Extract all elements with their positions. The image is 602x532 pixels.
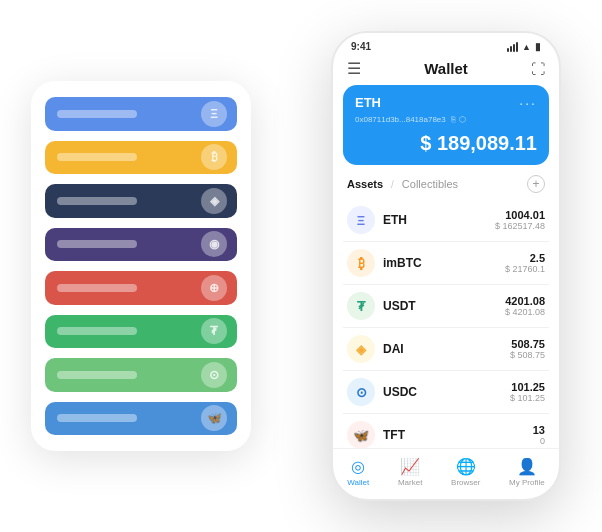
strip-icon-3: ◉ xyxy=(201,231,227,257)
strip-label-1 xyxy=(57,153,137,161)
strip-label-5 xyxy=(57,327,137,335)
asset-amounts: 4201.08 $ 4201.08 xyxy=(505,295,545,317)
asset-usd: 0 xyxy=(533,436,545,446)
asset-icon-dai: ◈ xyxy=(347,335,375,363)
strip-5: ₮ xyxy=(45,315,237,349)
tab-assets[interactable]: Assets xyxy=(347,178,383,190)
asset-amounts: 2.5 $ 21760.1 xyxy=(505,252,545,274)
strip-label-4 xyxy=(57,284,137,292)
phone-mockup: 9:41 ▲ ▮ ☰ Wallet ⛶ ETH ··· xyxy=(331,31,561,501)
asset-icon-eth: Ξ xyxy=(347,206,375,234)
strip-icon-1: ₿ xyxy=(201,144,227,170)
asset-qty: 1004.01 xyxy=(495,209,545,221)
nav-item-my-profile[interactable]: 👤 My Profile xyxy=(509,457,545,487)
strip-icon-4: ⊕ xyxy=(201,275,227,301)
nav-item-browser[interactable]: 🌐 Browser xyxy=(451,457,480,487)
nav-label: My Profile xyxy=(509,478,545,487)
strip-label-0 xyxy=(57,110,137,118)
strip-icon-6: ⊙ xyxy=(201,362,227,388)
copy-icon[interactable]: ⎘ xyxy=(451,115,456,124)
eth-card-options[interactable]: ··· xyxy=(519,95,537,111)
assets-header: Assets / Collectibles + xyxy=(333,175,559,199)
asset-qty: 4201.08 xyxy=(505,295,545,307)
eth-card-name: ETH xyxy=(355,95,381,110)
nav-label: Browser xyxy=(451,478,480,487)
nav-icon: 🌐 xyxy=(456,457,476,476)
asset-usd: $ 101.25 xyxy=(510,393,545,403)
asset-amounts: 101.25 $ 101.25 xyxy=(510,381,545,403)
asset-amounts: 13 0 xyxy=(533,424,545,446)
asset-icon-usdt: ₮ xyxy=(347,292,375,320)
asset-usd: $ 508.75 xyxy=(510,350,545,360)
strip-1: ₿ xyxy=(45,141,237,175)
asset-icon-tft: 🦋 xyxy=(347,421,375,448)
phone-header: ☰ Wallet ⛶ xyxy=(333,56,559,85)
tab-collectibles[interactable]: Collectibles xyxy=(402,178,458,190)
asset-list: Ξ ETH 1004.01 $ 162517.48 ₿ imBTC 2.5 $ … xyxy=(333,199,559,448)
asset-row[interactable]: 🦋 TFT 13 0 xyxy=(343,414,549,448)
nav-icon: 📈 xyxy=(400,457,420,476)
asset-row[interactable]: Ξ ETH 1004.01 $ 162517.48 xyxy=(343,199,549,242)
menu-icon[interactable]: ☰ xyxy=(347,61,361,77)
asset-icon-usdc: ⊙ xyxy=(347,378,375,406)
strip-0: Ξ xyxy=(45,97,237,131)
asset-qty: 101.25 xyxy=(510,381,545,393)
eth-card: ETH ··· 0x08711d3b...8418a78e3 ⎘ ⬡ $ 189… xyxy=(343,85,549,165)
asset-row[interactable]: ⊙ USDC 101.25 $ 101.25 xyxy=(343,371,549,414)
asset-usd: $ 21760.1 xyxy=(505,264,545,274)
asset-name: TFT xyxy=(383,428,533,442)
nav-label: Wallet xyxy=(347,478,369,487)
page-title: Wallet xyxy=(424,60,468,77)
nav-icon: ◎ xyxy=(351,457,365,476)
status-bar: 9:41 ▲ ▮ xyxy=(333,33,559,56)
strip-7: 🦋 xyxy=(45,402,237,436)
signal-icon xyxy=(507,42,518,52)
tab-divider: / xyxy=(391,179,394,190)
asset-amounts: 508.75 $ 508.75 xyxy=(510,338,545,360)
asset-amounts: 1004.01 $ 162517.48 xyxy=(495,209,545,231)
expand-icon[interactable]: ⛶ xyxy=(531,61,545,77)
eth-card-header: ETH ··· xyxy=(355,95,537,111)
assets-tabs: Assets / Collectibles xyxy=(347,178,458,190)
strip-4: ⊕ xyxy=(45,271,237,305)
qr-icon[interactable]: ⬡ xyxy=(459,115,466,124)
asset-row[interactable]: ₮ USDT 4201.08 $ 4201.08 xyxy=(343,285,549,328)
strip-label-2 xyxy=(57,197,137,205)
asset-qty: 2.5 xyxy=(505,252,545,264)
asset-qty: 508.75 xyxy=(510,338,545,350)
nav-label: Market xyxy=(398,478,422,487)
nav-item-market[interactable]: 📈 Market xyxy=(398,457,422,487)
strip-3: ◉ xyxy=(45,228,237,262)
asset-name: USDC xyxy=(383,385,510,399)
strip-6: ⊙ xyxy=(45,358,237,392)
eth-card-amount: $ 189,089.11 xyxy=(355,132,537,155)
strip-icon-7: 🦋 xyxy=(201,405,227,431)
asset-row[interactable]: ◈ DAI 508.75 $ 508.75 xyxy=(343,328,549,371)
strip-2: ◈ xyxy=(45,184,237,218)
asset-icon-imbtc: ₿ xyxy=(347,249,375,277)
scene: Ξ ₿ ◈ ◉ ⊕ ₮ ⊙ 🦋 9:41 ▲ ▮ ☰ xyxy=(21,21,581,511)
strip-icon-2: ◈ xyxy=(201,188,227,214)
asset-row[interactable]: ₿ imBTC 2.5 $ 21760.1 xyxy=(343,242,549,285)
asset-qty: 13 xyxy=(533,424,545,436)
strip-label-6 xyxy=(57,371,137,379)
strip-icon-0: Ξ xyxy=(201,101,227,127)
background-card: Ξ ₿ ◈ ◉ ⊕ ₮ ⊙ 🦋 xyxy=(31,81,251,451)
asset-name: DAI xyxy=(383,342,510,356)
asset-name: USDT xyxy=(383,299,505,313)
strip-icon-5: ₮ xyxy=(201,318,227,344)
add-asset-button[interactable]: + xyxy=(527,175,545,193)
status-icons: ▲ ▮ xyxy=(507,41,541,52)
strip-label-3 xyxy=(57,240,137,248)
asset-name: ETH xyxy=(383,213,495,227)
strip-label-7 xyxy=(57,414,137,422)
asset-name: imBTC xyxy=(383,256,505,270)
wifi-icon: ▲ xyxy=(522,42,531,52)
nav-icon: 👤 xyxy=(517,457,537,476)
bottom-nav: ◎ Wallet 📈 Market 🌐 Browser 👤 My Profile xyxy=(333,448,559,499)
status-time: 9:41 xyxy=(351,41,371,52)
asset-usd: $ 4201.08 xyxy=(505,307,545,317)
battery-icon: ▮ xyxy=(535,41,541,52)
asset-usd: $ 162517.48 xyxy=(495,221,545,231)
nav-item-wallet[interactable]: ◎ Wallet xyxy=(347,457,369,487)
